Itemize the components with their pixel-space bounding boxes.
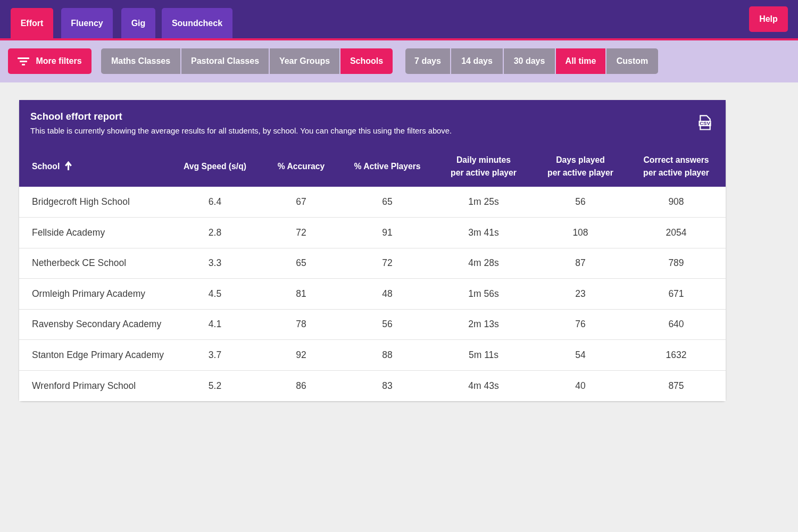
svg-text:CSV: CSV [700, 120, 710, 126]
